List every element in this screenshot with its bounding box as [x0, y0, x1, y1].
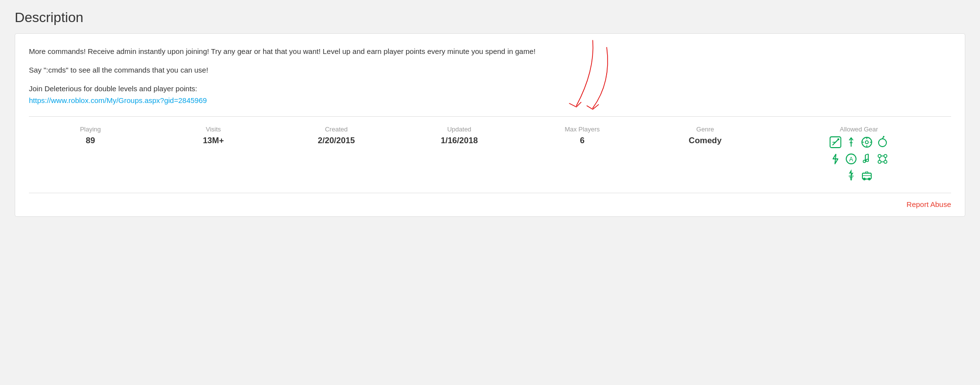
svg-point-3: [837, 138, 839, 140]
stat-genre: Genre Comedy: [644, 126, 767, 146]
stat-created: Created 2/20/2015: [275, 126, 398, 146]
description-paragraph-2: Say ":cmds" to see all the commands that…: [29, 64, 951, 76]
stat-updated-label: Updated: [398, 126, 521, 133]
gear-ranged-icon: [845, 136, 858, 151]
svg-point-12: [879, 139, 886, 147]
gear-musical-icon: [860, 153, 873, 167]
gear-row-2: A: [829, 153, 889, 167]
svg-point-7: [865, 141, 868, 144]
stat-genre-value: Comedy: [644, 136, 767, 146]
gear-melee-icon: [829, 136, 842, 151]
stat-max-players: Max Players 6: [521, 126, 644, 146]
description-text: More commands! Receive admin instantly u…: [29, 46, 951, 106]
stat-max-players-label: Max Players: [521, 126, 644, 133]
stat-visits-label: Visits: [152, 126, 275, 133]
gear-utility-icon: [845, 169, 858, 184]
stat-created-label: Created: [275, 126, 398, 133]
gear-row-1: [829, 136, 889, 151]
stat-playing-value: 89: [29, 136, 152, 146]
group-link[interactable]: https://www.roblox.com/My/Groups.aspx?gi…: [29, 96, 207, 104]
svg-point-22: [878, 154, 881, 157]
stat-allowed-gear: Allowed Gear: [767, 126, 951, 184]
gear-icons-container: A: [767, 136, 951, 184]
page-title: Description: [15, 10, 965, 26]
report-row: Report Abuse: [29, 193, 951, 216]
stat-updated: Updated 1/16/2018: [398, 126, 521, 146]
svg-line-19: [865, 154, 868, 155]
stat-visits: Visits 13M+: [152, 126, 275, 146]
report-abuse-button[interactable]: Report Abuse: [906, 200, 951, 208]
stat-created-value: 2/20/2015: [275, 136, 398, 146]
stat-playing-label: Playing: [29, 126, 152, 133]
gear-navigation-icon: [860, 136, 873, 151]
stat-visits-value: 13M+: [152, 136, 275, 146]
stat-allowed-gear-label: Allowed Gear: [767, 126, 951, 133]
gear-social-icon: A: [845, 153, 858, 167]
description-paragraph-1: More commands! Receive admin instantly u…: [29, 46, 951, 57]
svg-point-24: [878, 160, 881, 163]
gear-row-3: [845, 169, 873, 184]
svg-text:A: A: [849, 156, 853, 163]
stat-genre-label: Genre: [644, 126, 767, 133]
svg-point-21: [866, 159, 868, 162]
gear-transport-icon: [860, 169, 873, 184]
svg-point-25: [884, 160, 887, 163]
stat-updated-value: 1/16/2018: [398, 136, 521, 146]
svg-point-20: [863, 160, 865, 163]
description-paragraph-3: Join Deleterious for double levels and p…: [29, 83, 951, 106]
stats-row: Playing 89 Visits 13M+ Created 2/20/2015…: [29, 117, 951, 193]
stat-playing: Playing 89: [29, 126, 152, 146]
stat-max-players-value: 6: [521, 136, 644, 146]
svg-point-14: [883, 136, 884, 137]
description-card: More commands! Receive admin instantly u…: [15, 33, 965, 217]
gear-building-icon: [876, 153, 889, 167]
svg-point-23: [884, 154, 887, 157]
gear-explosive-icon: [876, 136, 889, 151]
gear-powerup-icon: [829, 153, 842, 167]
